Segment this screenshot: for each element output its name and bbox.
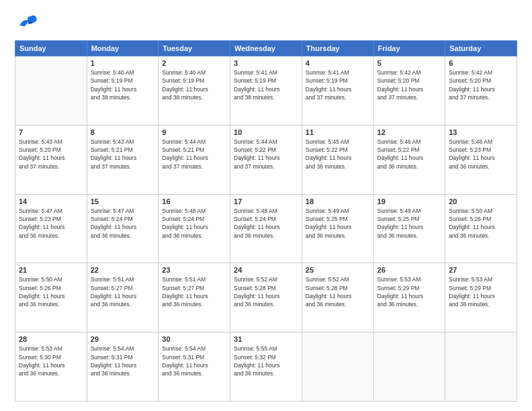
calendar-cell: 3Sunrise: 5:41 AMSunset: 5:19 PMDaylight… <box>230 56 302 126</box>
day-info: Sunrise: 5:52 AMSunset: 5:28 PMDaylight:… <box>306 275 370 308</box>
calendar-week-row: 1Sunrise: 5:40 AMSunset: 5:19 PMDaylight… <box>15 56 517 126</box>
calendar-cell: 21Sunrise: 5:50 AMSunset: 5:26 PMDayligh… <box>15 263 87 332</box>
calendar-day-header: Friday <box>373 41 445 56</box>
day-info: Sunrise: 5:41 AMSunset: 5:19 PMDaylight:… <box>306 68 370 101</box>
day-number: 11 <box>306 128 370 136</box>
calendar-week-row: 14Sunrise: 5:47 AMSunset: 5:23 PMDayligh… <box>15 194 517 263</box>
day-number: 9 <box>162 128 226 136</box>
day-number: 25 <box>306 266 370 274</box>
day-number: 3 <box>234 59 298 67</box>
calendar-cell: 7Sunrise: 5:43 AMSunset: 5:20 PMDaylight… <box>15 125 87 194</box>
day-info: Sunrise: 5:45 AMSunset: 5:22 PMDaylight:… <box>306 138 370 171</box>
calendar-cell: 22Sunrise: 5:51 AMSunset: 5:27 PMDayligh… <box>87 263 159 332</box>
calendar-cell: 30Sunrise: 5:54 AMSunset: 5:31 PMDayligh… <box>159 332 230 402</box>
calendar-day-header: Wednesday <box>230 41 302 56</box>
day-info: Sunrise: 5:53 AMSunset: 5:30 PMDaylight:… <box>19 345 83 377</box>
day-info: Sunrise: 5:48 AMSunset: 5:24 PMDaylight:… <box>162 207 226 240</box>
calendar-week-row: 21Sunrise: 5:50 AMSunset: 5:26 PMDayligh… <box>15 263 517 332</box>
day-info: Sunrise: 5:47 AMSunset: 5:24 PMDaylight:… <box>91 207 155 240</box>
day-info: Sunrise: 5:40 AMSunset: 5:19 PMDaylight:… <box>91 68 155 101</box>
calendar-cell: 15Sunrise: 5:47 AMSunset: 5:24 PMDayligh… <box>87 194 159 263</box>
calendar-header-row: SundayMondayTuesdayWednesdayThursdayFrid… <box>15 41 517 56</box>
logo <box>15 12 40 36</box>
day-number: 1 <box>91 59 155 67</box>
calendar-day-header: Thursday <box>302 41 373 56</box>
day-number: 20 <box>449 197 513 205</box>
calendar-cell <box>445 332 517 402</box>
day-number: 13 <box>449 128 513 136</box>
calendar-cell: 16Sunrise: 5:48 AMSunset: 5:24 PMDayligh… <box>159 194 230 263</box>
day-info: Sunrise: 5:42 AMSunset: 5:20 PMDaylight:… <box>449 68 513 101</box>
day-info: Sunrise: 5:41 AMSunset: 5:19 PMDaylight:… <box>234 68 298 101</box>
calendar-cell: 31Sunrise: 5:55 AMSunset: 5:32 PMDayligh… <box>230 332 302 402</box>
calendar-day-header: Saturday <box>445 41 517 56</box>
calendar-cell: 27Sunrise: 5:53 AMSunset: 5:29 PMDayligh… <box>445 263 517 332</box>
day-number: 24 <box>234 266 298 274</box>
day-number: 21 <box>19 266 83 274</box>
calendar-cell <box>373 332 445 402</box>
day-info: Sunrise: 5:54 AMSunset: 5:31 PMDaylight:… <box>91 345 155 377</box>
day-number: 23 <box>162 266 226 274</box>
day-number: 4 <box>306 59 370 67</box>
day-info: Sunrise: 5:55 AMSunset: 5:32 PMDaylight:… <box>234 345 298 377</box>
calendar-cell: 26Sunrise: 5:53 AMSunset: 5:29 PMDayligh… <box>373 263 445 332</box>
calendar-cell: 17Sunrise: 5:48 AMSunset: 5:24 PMDayligh… <box>230 194 302 263</box>
day-number: 30 <box>162 335 226 343</box>
calendar-cell: 12Sunrise: 5:46 AMSunset: 5:22 PMDayligh… <box>373 125 445 194</box>
calendar-cell <box>302 332 373 402</box>
day-number: 16 <box>162 197 226 205</box>
day-number: 28 <box>19 335 83 343</box>
day-number: 8 <box>91 128 155 136</box>
day-info: Sunrise: 5:50 AMSunset: 5:26 PMDaylight:… <box>19 275 83 308</box>
day-number: 10 <box>234 128 298 136</box>
day-info: Sunrise: 5:54 AMSunset: 5:31 PMDaylight:… <box>162 345 226 377</box>
page: SundayMondayTuesdayWednesdayThursdayFrid… <box>0 0 532 411</box>
day-number: 27 <box>449 266 513 274</box>
day-number: 19 <box>378 197 442 205</box>
day-info: Sunrise: 5:50 AMSunset: 5:26 PMDaylight:… <box>449 207 513 240</box>
calendar-cell: 10Sunrise: 5:44 AMSunset: 5:22 PMDayligh… <box>230 125 302 194</box>
day-number: 15 <box>91 197 155 205</box>
calendar-cell: 25Sunrise: 5:52 AMSunset: 5:28 PMDayligh… <box>302 263 373 332</box>
calendar-day-header: Sunday <box>15 41 87 56</box>
day-info: Sunrise: 5:46 AMSunset: 5:22 PMDaylight:… <box>378 138 442 171</box>
day-info: Sunrise: 5:46 AMSunset: 5:23 PMDaylight:… <box>449 138 513 171</box>
header <box>15 12 517 36</box>
calendar-cell: 24Sunrise: 5:52 AMSunset: 5:28 PMDayligh… <box>230 263 302 332</box>
calendar-table: SundayMondayTuesdayWednesdayThursdayFrid… <box>15 40 517 402</box>
day-info: Sunrise: 5:43 AMSunset: 5:20 PMDaylight:… <box>19 138 83 171</box>
calendar-week-row: 7Sunrise: 5:43 AMSunset: 5:20 PMDaylight… <box>15 125 517 194</box>
calendar-cell: 19Sunrise: 5:49 AMSunset: 5:25 PMDayligh… <box>373 194 445 263</box>
day-info: Sunrise: 5:51 AMSunset: 5:27 PMDaylight:… <box>162 275 226 308</box>
day-number: 5 <box>378 59 442 67</box>
calendar-cell: 20Sunrise: 5:50 AMSunset: 5:26 PMDayligh… <box>445 194 517 263</box>
day-info: Sunrise: 5:42 AMSunset: 5:20 PMDaylight:… <box>378 68 442 101</box>
day-info: Sunrise: 5:49 AMSunset: 5:25 PMDaylight:… <box>306 207 370 240</box>
day-number: 29 <box>91 335 155 343</box>
calendar-cell: 14Sunrise: 5:47 AMSunset: 5:23 PMDayligh… <box>15 194 87 263</box>
day-info: Sunrise: 5:51 AMSunset: 5:27 PMDaylight:… <box>91 275 155 308</box>
calendar-cell: 29Sunrise: 5:54 AMSunset: 5:31 PMDayligh… <box>87 332 159 402</box>
day-number: 22 <box>91 266 155 274</box>
calendar-cell: 11Sunrise: 5:45 AMSunset: 5:22 PMDayligh… <box>302 125 373 194</box>
day-number: 31 <box>234 335 298 343</box>
day-info: Sunrise: 5:52 AMSunset: 5:28 PMDaylight:… <box>234 275 298 308</box>
day-number: 26 <box>378 266 442 274</box>
day-number: 7 <box>19 128 83 136</box>
calendar-cell: 4Sunrise: 5:41 AMSunset: 5:19 PMDaylight… <box>302 56 373 126</box>
calendar-week-row: 28Sunrise: 5:53 AMSunset: 5:30 PMDayligh… <box>15 332 517 402</box>
calendar-cell: 5Sunrise: 5:42 AMSunset: 5:20 PMDaylight… <box>373 56 445 126</box>
day-number: 12 <box>378 128 442 136</box>
day-info: Sunrise: 5:44 AMSunset: 5:22 PMDaylight:… <box>234 138 298 171</box>
day-number: 18 <box>306 197 370 205</box>
day-info: Sunrise: 5:47 AMSunset: 5:23 PMDaylight:… <box>19 207 83 240</box>
calendar-cell: 1Sunrise: 5:40 AMSunset: 5:19 PMDaylight… <box>87 56 159 126</box>
day-info: Sunrise: 5:48 AMSunset: 5:24 PMDaylight:… <box>234 207 298 240</box>
day-number: 6 <box>449 59 513 67</box>
calendar-cell: 13Sunrise: 5:46 AMSunset: 5:23 PMDayligh… <box>445 125 517 194</box>
calendar-cell: 9Sunrise: 5:44 AMSunset: 5:21 PMDaylight… <box>159 125 230 194</box>
day-info: Sunrise: 5:53 AMSunset: 5:29 PMDaylight:… <box>449 275 513 308</box>
calendar-day-header: Tuesday <box>159 41 230 56</box>
day-number: 14 <box>19 197 83 205</box>
day-number: 2 <box>162 59 226 67</box>
